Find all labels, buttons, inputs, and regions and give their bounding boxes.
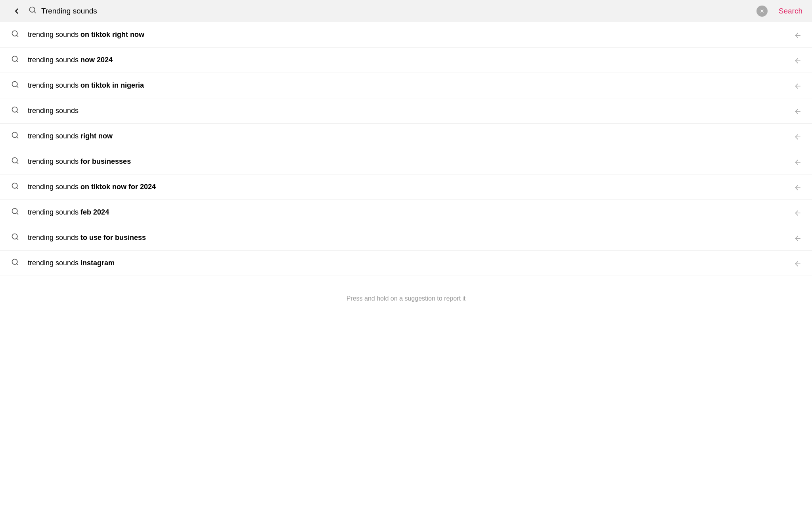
suggestion-text: trending sounds for businesses — [28, 157, 787, 166]
svg-line-9 — [795, 58, 800, 63]
suggestion-text: trending sounds on tiktok right now — [28, 31, 787, 39]
svg-line-29 — [17, 238, 18, 240]
suggestion-text: trending sounds — [28, 107, 787, 115]
search-input[interactable] — [41, 7, 752, 15]
suggestion-item[interactable]: trending sounds on tiktok right now — [0, 22, 812, 48]
svg-line-1 — [34, 11, 36, 13]
svg-line-5 — [17, 35, 18, 37]
suggestion-item[interactable]: trending sounds instagram — [0, 251, 812, 276]
svg-line-27 — [795, 211, 800, 215]
suggestion-search-icon — [10, 30, 21, 40]
suggestion-arrow-icon — [792, 181, 805, 194]
suggestion-search-icon — [10, 80, 21, 90]
suggestion-item[interactable]: trending sounds now 2024 — [0, 48, 812, 73]
suggestion-search-icon — [10, 55, 21, 65]
suggestion-search-icon — [10, 233, 21, 243]
suggestion-arrow-icon — [792, 29, 805, 41]
suggestion-arrow-icon — [792, 257, 805, 270]
suggestion-text: trending sounds right now — [28, 132, 787, 140]
suggestion-item[interactable]: trending sounds feb 2024 — [0, 200, 812, 225]
suggestion-text: trending sounds to use for business — [28, 234, 787, 242]
suggestion-text: trending sounds now 2024 — [28, 56, 787, 64]
suggestion-item[interactable]: trending sounds to use for business — [0, 225, 812, 251]
suggestion-arrow-icon — [792, 206, 805, 219]
clear-button[interactable] — [756, 6, 768, 17]
svg-line-32 — [17, 264, 18, 265]
footer-hint: Press and hold on a suggestion to report… — [0, 295, 812, 302]
suggestion-search-icon — [10, 182, 21, 192]
suggestion-text: trending sounds on tiktok now for 2024 — [28, 183, 787, 191]
svg-line-8 — [17, 61, 18, 62]
svg-line-11 — [17, 86, 18, 88]
svg-line-15 — [795, 109, 800, 114]
svg-line-12 — [795, 84, 800, 88]
suggestion-item[interactable]: trending sounds right now — [0, 124, 812, 149]
svg-line-26 — [17, 213, 18, 215]
search-header: Search — [0, 0, 812, 22]
suggestion-text: trending sounds feb 2024 — [28, 208, 787, 217]
svg-line-17 — [17, 137, 18, 138]
svg-line-24 — [795, 185, 800, 190]
suggestion-item[interactable]: trending sounds on tiktok in nigeria — [0, 73, 812, 98]
suggestion-search-icon — [10, 157, 21, 167]
suggestion-item[interactable]: trending sounds — [0, 98, 812, 124]
suggestion-arrow-icon — [792, 105, 805, 117]
svg-line-23 — [17, 188, 18, 189]
suggestion-text: trending sounds on tiktok in nigeria — [28, 81, 787, 90]
suggestion-arrow-icon — [792, 155, 805, 168]
suggestion-search-icon — [10, 131, 21, 141]
svg-line-18 — [795, 134, 800, 139]
suggestion-search-icon — [10, 207, 21, 217]
suggestion-search-icon — [10, 258, 21, 268]
svg-line-20 — [17, 162, 18, 164]
suggestion-text: trending sounds instagram — [28, 259, 787, 267]
search-input-wrapper — [41, 7, 752, 15]
svg-line-33 — [795, 261, 800, 266]
suggestion-item[interactable]: trending sounds on tiktok now for 2024 — [0, 174, 812, 200]
suggestion-arrow-icon — [792, 79, 805, 92]
back-button[interactable] — [10, 4, 24, 18]
svg-line-30 — [795, 236, 800, 241]
svg-line-21 — [795, 160, 800, 165]
suggestions-list: trending sounds on tiktok right nowtrend… — [0, 22, 812, 276]
suggestion-search-icon — [10, 106, 21, 116]
suggestion-arrow-icon — [792, 232, 805, 244]
svg-line-6 — [795, 33, 800, 38]
svg-line-14 — [17, 111, 18, 113]
search-submit-button[interactable]: Search — [772, 7, 802, 15]
search-icon-header — [29, 6, 36, 16]
suggestion-arrow-icon — [792, 54, 805, 67]
suggestion-arrow-icon — [792, 130, 805, 143]
suggestion-item[interactable]: trending sounds for businesses — [0, 149, 812, 174]
